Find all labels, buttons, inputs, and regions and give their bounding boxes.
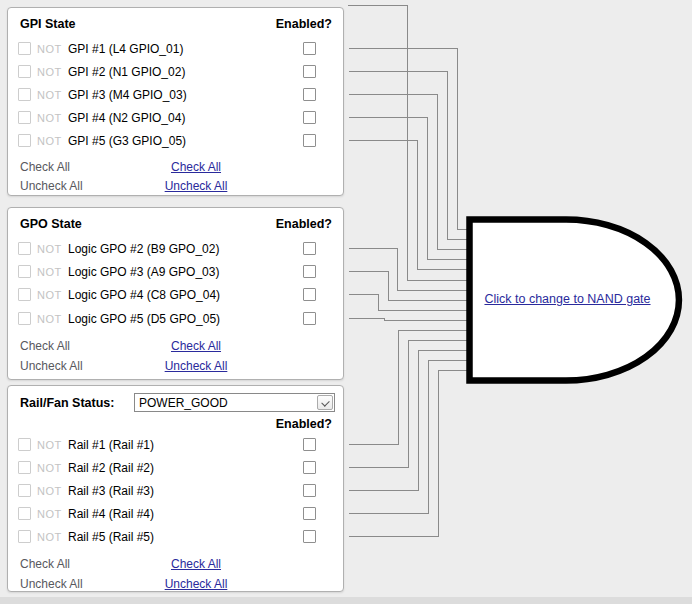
gpi-row-3: NOTGPI #3 (M4 GPIO_03)	[18, 85, 340, 105]
not-label: NOT	[37, 43, 62, 55]
row-label: Rail #4 (Rail #4)	[68, 507, 154, 521]
wire	[349, 318, 468, 320]
not-label: NOT	[37, 289, 62, 301]
rail-row-1: NOTRail #1 (Rail #1)	[18, 435, 340, 455]
enabled-column-header: Enabled?	[276, 16, 332, 32]
row-label: Logic GPO #3 (A9 GPO_03)	[68, 265, 219, 279]
gpi-state-panel: GPI State Enabled? NOTGPI #1 (L4 GPIO_01…	[7, 7, 344, 196]
row-label: Rail #3 (Rail #3)	[68, 484, 154, 498]
enabled-checkbox[interactable]	[303, 242, 316, 255]
not-label: NOT	[37, 485, 62, 497]
wire	[349, 271, 468, 300]
enabled-checkbox[interactable]	[303, 265, 316, 278]
check-all-link[interactable]: Check All	[111, 159, 281, 175]
rail-fan-status-select[interactable]: POWER_GOOD	[134, 393, 335, 412]
wire	[349, 117, 468, 259]
enabled-checkbox[interactable]	[303, 484, 316, 497]
row-label: GPI #4 (N2 GPIO_04)	[68, 111, 185, 125]
not-checkbox	[18, 242, 31, 255]
rail-row-2: NOTRail #2 (Rail #2)	[18, 458, 340, 478]
gpi-row-1: NOTGPI #1 (L4 GPIO_01)	[18, 39, 340, 59]
row-label: Logic GPO #2 (B9 GPO_02)	[68, 242, 219, 256]
check-all-not-disabled: Check All	[20, 159, 70, 175]
row-label: GPI #2 (N1 GPIO_02)	[68, 65, 185, 79]
panel-title: GPO State	[20, 216, 82, 232]
row-label: Logic GPO #5 (D5 GPO_05)	[68, 312, 220, 326]
row-label: Rail #1 (Rail #1)	[68, 438, 154, 452]
enabled-checkbox[interactable]	[303, 438, 316, 451]
rail-fan-status-panel: Rail/Fan Status: POWER_GOOD Enabled? NOT…	[7, 385, 344, 592]
enabled-checkbox[interactable]	[303, 42, 316, 55]
enabled-checkbox[interactable]	[303, 65, 316, 78]
gpo-row-2: NOTLogic GPO #3 (A9 GPO_03)	[18, 262, 340, 282]
uncheck-all-link[interactable]: Uncheck All	[111, 358, 281, 374]
not-checkbox	[18, 312, 31, 325]
uncheck-all-link[interactable]: Uncheck All	[111, 178, 281, 194]
enabled-checkbox[interactable]	[303, 507, 316, 520]
gpo-state-panel: GPO State Enabled? NOTLogic GPO #2 (B9 G…	[7, 207, 344, 380]
panel-title: Rail/Fan Status:	[20, 395, 114, 411]
not-label: NOT	[37, 89, 62, 101]
not-label: NOT	[37, 66, 62, 78]
enabled-checkbox[interactable]	[303, 461, 316, 474]
wire	[349, 294, 468, 310]
uncheck-all-not-disabled: Uncheck All	[20, 178, 83, 194]
rail-row-3: NOTRail #3 (Rail #3)	[18, 481, 340, 501]
wire	[349, 140, 468, 269]
not-label: NOT	[37, 313, 62, 325]
wire	[349, 340, 468, 467]
enabled-checkbox[interactable]	[303, 312, 316, 325]
row-label: Rail #2 (Rail #2)	[68, 461, 154, 475]
not-label: NOT	[37, 462, 62, 474]
enabled-column-header: Enabled?	[276, 416, 332, 432]
dropdown-button[interactable]	[317, 395, 333, 410]
selected-option: POWER_GOOD	[139, 396, 228, 410]
row-label: GPI #1 (L4 GPIO_01)	[68, 42, 183, 56]
chevron-down-icon	[321, 398, 329, 406]
not-label: NOT	[37, 508, 62, 520]
gpi-row-2: NOTGPI #2 (N1 GPIO_02)	[18, 62, 340, 82]
not-checkbox	[18, 461, 31, 474]
not-checkbox	[18, 88, 31, 101]
gpo-row-4: NOTLogic GPO #5 (D5 GPO_05)	[18, 309, 340, 329]
not-checkbox	[18, 65, 31, 78]
check-all-not-disabled: Check All	[20, 556, 70, 572]
wire	[349, 71, 468, 239]
not-checkbox	[18, 484, 31, 497]
gpo-row-3: NOTLogic GPO #4 (C8 GPO_04)	[18, 285, 340, 305]
row-label: Rail #5 (Rail #5)	[68, 530, 154, 544]
row-label: GPI #5 (G3 GPIO_05)	[68, 134, 186, 148]
check-all-link[interactable]: Check All	[111, 338, 281, 354]
not-label: NOT	[37, 135, 62, 147]
panel-title: GPI State	[20, 16, 76, 32]
uncheck-all-link[interactable]: Uncheck All	[111, 576, 281, 592]
enabled-checkbox[interactable]	[303, 134, 316, 147]
not-checkbox	[18, 265, 31, 278]
enabled-checkbox[interactable]	[303, 88, 316, 101]
not-checkbox	[18, 530, 31, 543]
not-label: NOT	[37, 439, 62, 451]
not-checkbox	[18, 507, 31, 520]
not-label: NOT	[37, 266, 62, 278]
row-label: GPI #3 (M4 GPIO_03)	[68, 88, 187, 102]
gate-toggle-link[interactable]: Click to change to NAND gate	[466, 292, 669, 308]
check-all-link[interactable]: Check All	[111, 556, 281, 572]
rail-row-5: NOTRail #5 (Rail #5)	[18, 527, 340, 547]
enabled-checkbox[interactable]	[303, 111, 316, 124]
not-checkbox	[18, 134, 31, 147]
gpi-row-4: NOTGPI #4 (N2 GPIO_04)	[18, 108, 340, 128]
not-checkbox	[18, 288, 31, 301]
enabled-checkbox[interactable]	[303, 288, 316, 301]
enabled-checkbox[interactable]	[303, 530, 316, 543]
not-checkbox	[18, 111, 31, 124]
enabled-column-header: Enabled?	[276, 216, 332, 232]
uncheck-all-not-disabled: Uncheck All	[20, 358, 83, 374]
gpi-row-5: NOTGPI #5 (G3 GPIO_05)	[18, 131, 340, 151]
not-label: NOT	[37, 243, 62, 255]
uncheck-all-not-disabled: Uncheck All	[20, 576, 83, 592]
not-checkbox	[18, 438, 31, 451]
rail-row-4: NOTRail #4 (Rail #4)	[18, 504, 340, 524]
row-label: Logic GPO #4 (C8 GPO_04)	[68, 288, 220, 302]
not-label: NOT	[37, 531, 62, 543]
check-all-not-disabled: Check All	[20, 338, 70, 354]
